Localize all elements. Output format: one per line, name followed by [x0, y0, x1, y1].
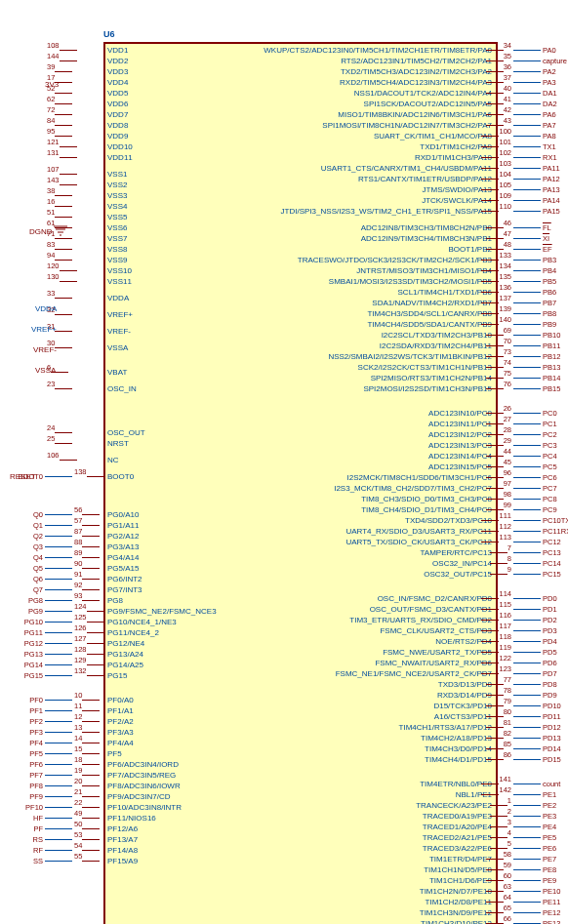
pin-label: PF5: [107, 748, 217, 759]
net-label: PF4: [10, 739, 43, 747]
pin-label: I2S3_MCK/TIM8_CH2/SDD7/TIM3_CH2/PC7: [264, 483, 492, 494]
wire: [45, 732, 72, 733]
pin-row: 7PC13: [481, 547, 568, 558]
pin-stub: [486, 378, 504, 379]
pin-number: 42: [504, 105, 511, 114]
pin-stub: [82, 796, 100, 797]
wire: [513, 367, 541, 368]
pin-number: 102: [499, 148, 511, 157]
pin-row: PF820: [10, 781, 104, 791]
pin-number: 24: [47, 423, 55, 432]
pin-stub: [481, 260, 499, 261]
pin-number: 85: [504, 740, 511, 748]
pin-label: BOOT0: [107, 471, 217, 482]
net-label: PD9: [543, 691, 568, 700]
pin-stub: [60, 60, 77, 61]
pin-stub: [82, 589, 100, 590]
pin-number: 78: [504, 686, 511, 695]
pin-label: TIM1CH1N/D5/PE8: [264, 864, 492, 875]
net-label: PA2: [543, 67, 568, 76]
pin-row: 42PA6: [481, 109, 568, 120]
refdes: U6: [103, 29, 115, 39]
net-label: RF: [10, 846, 43, 855]
pin-row: Q388: [10, 542, 104, 552]
pin-number: 130: [47, 272, 60, 281]
pin-row: PG11126: [10, 627, 104, 638]
pin-row: 82PD13: [481, 733, 568, 743]
wire: [513, 520, 541, 521]
wire: [513, 826, 541, 827]
pin-row: 28PC2: [481, 429, 568, 440]
wire: [513, 598, 541, 599]
pin-stub: [82, 861, 100, 862]
pin-row: PG15132: [10, 670, 104, 681]
wire: [45, 546, 72, 547]
net-label: PC2: [543, 430, 568, 439]
pin-row: HF49: [10, 813, 104, 824]
pin-row: 48EF: [481, 244, 568, 255]
pin-stub: [82, 732, 100, 733]
net-label: PD0: [543, 594, 568, 603]
wire: [45, 796, 72, 797]
net-label: Q6: [10, 575, 43, 583]
pin-row: 75PB14: [481, 373, 568, 383]
pin-stub: [60, 174, 77, 175]
vrefm-label: VREF-: [33, 345, 57, 354]
pin-label: ADC123IN10/PC0: [264, 408, 492, 419]
net-label: PE12: [543, 908, 568, 917]
pin-number: 82: [504, 729, 511, 738]
pin-row: 52: [10, 88, 104, 99]
pin-number: 40: [504, 84, 511, 93]
net-label: PB13: [543, 363, 568, 372]
net-label: PF5: [10, 749, 43, 758]
wire: [513, 563, 541, 564]
pin-label: PG8: [107, 595, 217, 606]
pin-stub: [481, 270, 499, 271]
pin-number: 81: [504, 718, 511, 727]
pin-number: 12: [74, 712, 82, 721]
pin-label: ADC123IN13/PC3: [264, 440, 492, 451]
wire: [513, 542, 541, 542]
pin-label: TXD4/SDD2/TXD3/PC10: [264, 515, 492, 526]
wire: [45, 579, 72, 580]
wire: [513, 445, 541, 446]
pin-stub: [55, 71, 72, 72]
pin-number: 111: [499, 511, 511, 520]
pin-label: PF3/A3: [107, 727, 217, 738]
pin-number: 104: [499, 170, 511, 179]
net-label: HF: [10, 814, 43, 823]
pin-stub: [486, 71, 504, 72]
pin-number: 117: [499, 622, 511, 630]
pin-number: 80: [504, 707, 511, 716]
pin-number: 87: [74, 527, 82, 536]
vdda-label: VDDA: [35, 304, 57, 313]
pin-number: 29: [504, 436, 511, 445]
net-label: PE4: [543, 823, 568, 831]
net-label: PC6: [543, 473, 568, 482]
pin-number: 143: [47, 176, 60, 184]
pin-label: OSC_IN/FSMC_D2/CANRX/PD0: [264, 593, 492, 604]
net-label: PB15: [543, 384, 568, 393]
pin-stub: [82, 828, 100, 829]
pin-row: PF313: [10, 727, 104, 738]
pin-stub: [486, 705, 504, 706]
pin-row: 109PA14: [481, 195, 568, 206]
pin-label: VDD2: [107, 56, 217, 66]
pin-row: 97PC7: [481, 483, 568, 494]
net-label: PC12: [543, 538, 568, 546]
wire: [45, 807, 72, 808]
net-label: PC3: [543, 441, 568, 450]
pin-label: UART4_RX/SDIO_D3/USART3_RX/PC11: [264, 526, 492, 537]
pin-stub: [486, 499, 504, 500]
pin-number: 48: [504, 240, 511, 249]
pin-number: 37: [504, 73, 511, 82]
wire: [513, 488, 541, 489]
pin-stub: [481, 281, 499, 282]
wire: [513, 179, 541, 180]
pin-stub: [82, 546, 100, 547]
pin-label: RXD2/TIM5CH4/ADC123IN3/TIM2CH4/PA3: [264, 77, 492, 88]
net-label: PD4: [543, 637, 568, 646]
pin-label: PF6/ADC3IN4/IORD: [107, 759, 217, 770]
pin-stub: [486, 249, 504, 250]
pin-number: 140: [499, 315, 511, 324]
